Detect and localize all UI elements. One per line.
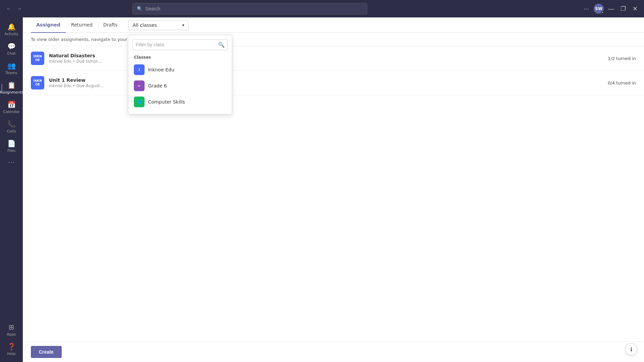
assignment-item-1[interactable]: INKNOE Natural Disasters Inknoe Edu • Du… — [23, 46, 644, 71]
apps-icon: ⊞ — [9, 323, 14, 331]
sidebar-item-files[interactable]: 📄 Files — [1, 137, 21, 156]
search-icon: 🔍 — [137, 6, 143, 11]
search-input[interactable] — [145, 6, 363, 11]
assignment-status-2: 0/4 turned in — [608, 80, 636, 85]
sidebar-item-chat[interactable]: 💬 Chat — [1, 40, 21, 58]
svg-text:🌐: 🌐 — [137, 99, 142, 104]
class-avatar-computer: 🌐 — [134, 97, 145, 107]
more-button[interactable]: ··· — [582, 4, 591, 13]
class-item-inknoe[interactable]: I Inknoe Edu — [128, 62, 232, 78]
class-item-grade6[interactable]: ✏ Grade 6 — [128, 78, 232, 94]
sidebar-item-apps[interactable]: ⊞ Apps — [1, 320, 21, 339]
sidebar-label-calendar: Calendar — [3, 110, 19, 114]
avatar[interactable]: SW — [594, 4, 604, 14]
chevron-down-icon: ▾ — [182, 23, 184, 27]
teams-icon: 👥 — [7, 62, 16, 70]
tabs-bar: Assigned Returned Drafts All classes ▾ 🔍… — [23, 17, 644, 33]
dropdown-panel: 🔍 Classes I Inknoe Edu — [128, 35, 232, 114]
tab-drafts[interactable]: Drafts — [98, 17, 123, 33]
sidebar-item-teams[interactable]: 👥 Teams — [1, 59, 21, 78]
svg-text:I: I — [139, 68, 140, 72]
forward-button[interactable]: → — [15, 4, 24, 13]
tab-assigned[interactable]: Assigned — [31, 17, 66, 33]
calls-icon: 📞 — [7, 120, 16, 128]
title-bar: ← → 🔍 ··· SW — ❐ ✕ — [0, 0, 644, 17]
class-name-computer: Computer Skills — [148, 99, 185, 105]
sidebar-label-chat: Chat — [7, 51, 16, 56]
search-bar[interactable]: 🔍 — [132, 3, 367, 14]
sidebar-item-help[interactable]: ❓ Help — [1, 340, 21, 359]
maximize-button[interactable]: ❐ — [619, 4, 628, 13]
main-content: Assigned Returned Drafts All classes ▾ 🔍… — [23, 17, 644, 362]
class-name-inknoe: Inknoe Edu — [148, 67, 174, 72]
tab-returned[interactable]: Returned — [66, 17, 98, 33]
sidebar: 🔔 Activity 💬 Chat 👥 Teams 📋 Assignments … — [0, 17, 23, 362]
sidebar-label-apps: Apps — [7, 332, 16, 337]
computer-icon: 🌐 — [136, 98, 143, 106]
notice-bar: To view older assignments, navigate to y… — [23, 33, 644, 46]
sidebar-label-help: Help — [7, 352, 15, 356]
assignment-item-2[interactable]: INKNOE Unit 1 Review Inknoe Edu • Due Au… — [23, 71, 644, 95]
assignment-icon-2: INKNOE — [31, 76, 44, 89]
grade6-icon: ✏ — [136, 82, 143, 89]
title-bar-right: ··· SW — ❐ ✕ — [582, 4, 640, 14]
presence-dot — [601, 11, 604, 14]
sidebar-item-calendar[interactable]: 📅 Calendar — [1, 98, 21, 117]
class-avatar-inknoe: I — [134, 64, 145, 75]
help-icon: ❓ — [7, 343, 16, 351]
sidebar-label-activity: Activity — [4, 32, 18, 36]
sidebar-item-activity[interactable]: 🔔 Activity — [1, 20, 21, 39]
inknoe-icon: I — [136, 66, 143, 73]
assignment-icon-1: INKNOE — [31, 52, 44, 65]
svg-text:✏: ✏ — [138, 84, 141, 88]
sidebar-label-calls: Calls — [7, 129, 16, 133]
class-avatar-grade6: ✏ — [134, 80, 145, 91]
filter-label: All classes — [132, 22, 157, 28]
sidebar-item-calls[interactable]: 📞 Calls — [1, 117, 21, 136]
dropdown-search[interactable]: 🔍 — [132, 39, 228, 50]
assignments-icon: 📋 — [7, 81, 16, 89]
calendar-icon: 📅 — [7, 101, 16, 109]
filter-search-input[interactable] — [136, 42, 216, 47]
assignment-list: INKNOE Natural Disasters Inknoe Edu • Du… — [23, 46, 644, 342]
sidebar-label-teams: Teams — [6, 71, 17, 75]
assignment-status-1: 1/2 turned in — [608, 56, 636, 61]
files-icon: 📄 — [7, 139, 16, 147]
back-button[interactable]: ← — [4, 4, 13, 13]
class-item-computer[interactable]: 🌐 Computer Skills — [128, 94, 232, 110]
chat-icon: 💬 — [7, 42, 16, 50]
sidebar-label-assignments: Assignments — [0, 90, 23, 95]
activity-icon: 🔔 — [7, 23, 16, 31]
footer: Create — [23, 342, 644, 362]
info-button[interactable]: ℹ — [625, 343, 637, 355]
filter-search-icon: 🔍 — [218, 42, 225, 48]
class-name-grade6: Grade 6 — [148, 83, 167, 88]
close-button[interactable]: ✕ — [631, 4, 640, 13]
sidebar-item-assignments[interactable]: 📋 Assignments — [1, 78, 21, 97]
sidebar-label-files: Files — [7, 148, 15, 153]
nav-buttons: ← → — [4, 4, 24, 13]
sidebar-bottom: ⊞ Apps ❓ Help — [1, 320, 21, 359]
more-dots-icon: ··· — [8, 159, 15, 166]
filter-area: All classes ▾ 🔍 Classes I — [128, 20, 189, 30]
sidebar-item-more[interactable]: ··· — [1, 156, 21, 169]
app-body: 🔔 Activity 💬 Chat 👥 Teams 📋 Assignments … — [0, 17, 644, 362]
create-button[interactable]: Create — [31, 346, 62, 358]
minimize-button[interactable]: — — [606, 4, 616, 13]
dropdown-section-label: Classes — [128, 53, 232, 62]
class-filter-dropdown[interactable]: All classes ▾ — [128, 20, 189, 30]
